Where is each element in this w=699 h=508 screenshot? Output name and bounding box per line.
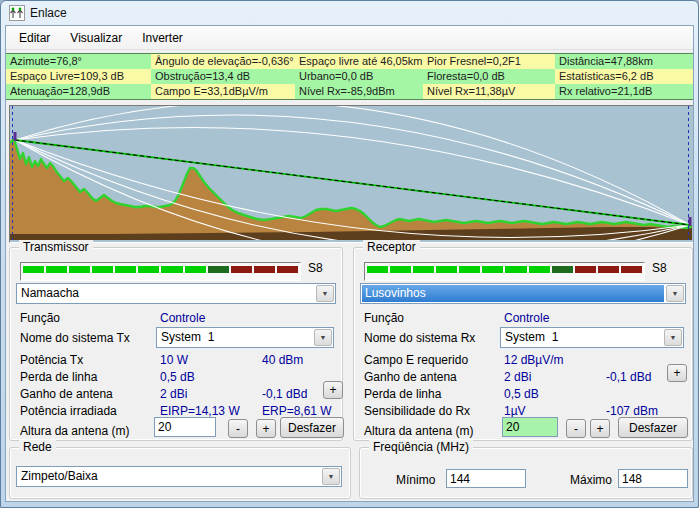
link-table-row: Azimute=76,8°Ângulo de elevação=-0,636°E… [6,54,693,69]
rx-height-decrease-button[interactable]: - [566,419,586,438]
frequency-max-label: Máximo [570,473,612,487]
tx-antenna-marker [14,132,17,141]
link-table-row: Espaço Livre=109,3 dBObstrução=13,4 dBUr… [6,69,693,84]
link-table-cell: Nível Rx=11,38µV [423,84,555,99]
link-table-cell: Espaço livre até 46,05km [295,54,423,69]
field-value: 1µV [504,404,526,418]
rx-undo-button[interactable]: Desfazer [618,417,688,438]
tx-antenna-height-label: Altura da antena (m) [20,424,129,438]
link-table-cell: Nível Rx=-85,9dBm [295,84,423,99]
field-value: -0,1 dBd [606,370,651,384]
antenna-gain-plus-button[interactable]: + [323,381,343,399]
field-value: -107 dBm [606,404,658,418]
menu-inverter[interactable]: Inverter [135,28,190,48]
frequency-panel: Freqüência (MHz) Mínimo Máximo [359,447,693,499]
link-table-cell: Ângulo de elevação=-0,636° [151,54,295,69]
frequency-panel-title: Freqüência (MHz) [369,440,473,454]
rx-antenna-height-label: Altura da antena (m) [364,424,473,438]
network-panel-title: Rede [19,440,56,454]
link-table-cell: Azimute=76,8° [6,54,151,69]
link-window: Enlace Editar Visualizar Inverter Azimut… [0,0,699,508]
receiver-panel: Receptor S8 Lusovinhos FunçãoControleNom… [353,247,693,441]
field-value: Controle [504,311,549,325]
rx-antenna-marker [689,217,692,226]
tx-undo-button[interactable]: Desfazer [280,417,344,438]
link-table-cell: Floresta=0,0 dB [423,69,555,84]
field-value: EIRP=14,13 W [160,404,240,418]
chevron-down-icon[interactable] [314,329,332,346]
system-combo-value: System 1 [158,329,312,346]
network-value: Zimpeto/Baixa [18,468,320,485]
field-value: ERP=8,61 W [262,404,332,418]
field-value: 2 dBi [504,370,531,384]
field-value: 40 dBm [262,353,303,367]
link-table-cell: Estatísticas=6,2 dB [555,69,693,84]
field-label: Campo E requerido [364,353,468,367]
rx-antenna-height-input[interactable] [502,417,558,437]
tx-height-decrease-button[interactable]: - [228,419,248,438]
field-label: Perda de linha [364,387,441,401]
rx-height-increase-button[interactable]: + [590,419,610,438]
menu-visualizar[interactable]: Visualizar [63,28,129,48]
field-value: Controle [160,311,205,325]
tx-height-increase-button[interactable]: + [256,419,276,438]
network-selector[interactable]: Zimpeto/Baixa [16,466,342,487]
chevron-down-icon[interactable] [322,468,340,485]
tx-antenna-height-input[interactable] [154,417,216,437]
field-label: Ganho de antena [364,370,457,384]
frequency-min-input[interactable] [446,469,526,488]
link-table-cell: Espaço Livre=109,3 dB [6,69,151,84]
link-table-cell: Urbano=0,0 dB [295,69,423,84]
dialog-client-area: Editar Visualizar Inverter Azimute=76,8°… [5,25,694,502]
link-table-row: Atenuação=128,9dBCampo E=33,1dBµV/mNível… [6,84,693,99]
link-table-cell: Distância=47,88km [555,54,693,69]
link-table-cell: Rx relativo=21,1dB [555,84,693,99]
transmitter-panel: Transmissor S8 Namaacha FunçãoControleNo… [9,247,343,441]
network-panel: Rede Zimpeto/Baixa [9,447,351,499]
link-table-cell: Campo E=33,1dBµV/m [151,84,295,99]
field-value: 0,5 dB [504,387,539,401]
link-table-cell: Obstrução=13,4 dB [151,69,295,84]
field-label: Perda de linha [20,370,97,384]
frequency-max-input[interactable] [618,469,688,488]
field-label: Sensibilidade do Rx [364,404,470,418]
field-label: Função [364,311,404,325]
app-icon [9,5,25,21]
link-table-cell: Atenuação=128,9dB [6,84,151,99]
field-label: Ganho de antena [20,387,113,401]
link-table-cell: Pior Fresnel=0,2F1 [423,54,555,69]
antenna-gain-plus-button[interactable]: + [667,364,687,382]
rx-fields: FunçãoControleNome do sistema RxSystem 1… [354,248,692,440]
field-value: 2 dBi [160,387,187,401]
chevron-down-icon[interactable] [664,329,682,346]
field-value: 0,5 dB [160,370,195,384]
link-table: Azimute=76,8°Ângulo de elevação=-0,636°E… [6,53,693,100]
terrain-profile-chart [9,105,694,243]
tx-fields: FunçãoControleNome do sistema TxSystem 1… [10,248,342,440]
field-label: Potência irradiada [20,404,117,418]
menu-bar: Editar Visualizar Inverter [6,26,693,50]
field-label: Nome do sistema Rx [364,331,475,345]
field-label: Função [20,311,60,325]
field-value: 10 W [160,353,188,367]
field-label: Nome do sistema Tx [20,331,130,345]
terrain-profile-svg [10,106,692,240]
field-value: 12 dBµV/m [504,353,564,367]
window-title: Enlace [30,6,67,20]
system-combo[interactable]: System 1 [156,327,334,348]
menu-editar[interactable]: Editar [12,28,57,48]
system-combo[interactable]: System 1 [500,327,684,348]
field-value: -0,1 dBd [262,387,307,401]
system-combo-value: System 1 [502,329,662,346]
frequency-min-label: Mínimo [396,473,435,487]
field-label: Potência Tx [20,353,83,367]
title-bar: Enlace [2,1,697,25]
